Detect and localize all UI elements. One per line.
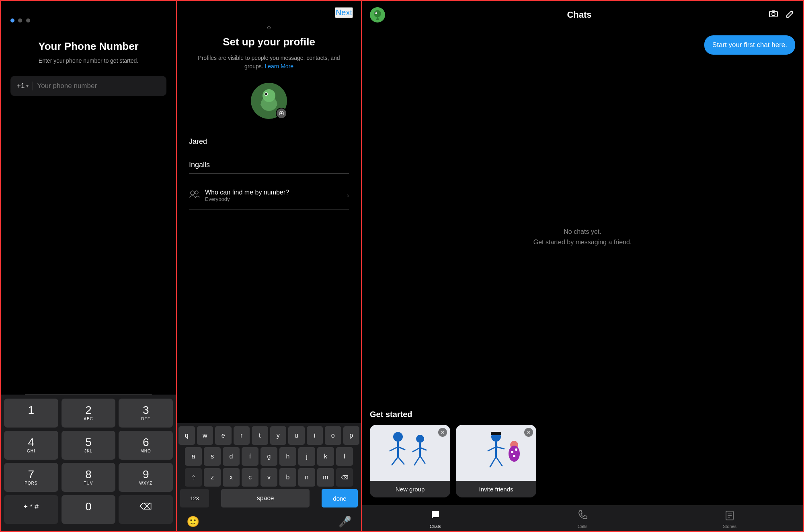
progress-dots [10,17,32,24]
key-u[interactable]: u [288,426,305,445]
last-name-field[interactable] [189,157,349,174]
nav-chats[interactable]: Chats [362,510,509,529]
new-group-card[interactable]: ✕ New group [370,425,450,497]
key-i[interactable]: i [307,426,323,445]
invite-friends-card-image: ✕ [456,425,536,481]
avatar-container[interactable] [251,83,287,119]
get-started-label: Get started [370,410,795,419]
invite-friends-card[interactable]: ✕ Invite friends [456,425,536,497]
keyboard-bottom-row: 123 space done [178,489,359,511]
svg-point-9 [195,191,198,194]
key-t[interactable]: t [252,426,268,445]
profile-content: Set up your profile Profiles are visible… [177,22,361,225]
key-1[interactable]: 1 [4,399,58,428]
chat-bubble-icon [430,510,441,520]
key-c[interactable]: c [242,468,258,487]
no-chats-text: No chats yet.Get started by messaging a … [533,227,632,247]
phone-input-container[interactable]: +1 ▾ [10,76,166,96]
setup-title: Set up your profile [223,36,315,48]
phone-subtitle: Enter your phone number to get started. [39,57,138,64]
close-new-group-card[interactable]: ✕ [438,428,447,437]
key-z[interactable]: z [204,468,221,487]
key-e[interactable]: e [215,426,232,445]
no-chats-area: No chats yet.Get started by messaging a … [362,71,803,403]
phone-input[interactable] [37,82,160,90]
key-l[interactable]: l [336,447,353,466]
phone-title: Your Phone Number [38,40,138,53]
key-h[interactable]: h [279,447,296,466]
key-8[interactable]: 8TUV [62,463,116,492]
emoji-area: 🙂 🎤 [178,511,359,531]
key-v[interactable]: v [260,468,277,487]
mic-icon[interactable]: 🎤 [338,516,351,528]
privacy-chevron-icon: › [347,192,349,199]
qwerty-row-3: ⇧ z x c v b n m ⌫ [178,468,359,487]
get-started-section: Get started [362,403,803,497]
key-w[interactable]: w [197,426,213,445]
key-j[interactable]: j [298,447,315,466]
key-shift[interactable]: ⇧ [185,468,202,487]
get-started-cards: ✕ New group [370,425,795,497]
key-5[interactable]: 5JKL [62,431,116,460]
key-y[interactable]: y [270,426,287,445]
key-b[interactable]: b [279,468,296,487]
qwerty-row-2: a s d f g h j k l [178,447,359,466]
key-symbols[interactable]: + * # [4,495,58,524]
svg-point-17 [393,432,403,442]
new-group-illustration [376,425,444,481]
setup-description: Profiles are visible to people you messa… [189,54,349,71]
learn-more-link[interactable]: Learn More [265,63,294,70]
close-invite-card[interactable]: ✕ [524,428,533,437]
key-4[interactable]: 4GHI [4,431,58,460]
country-chevron-icon: ▾ [26,83,29,89]
privacy-icon [189,189,199,202]
chats-title: Chats [390,10,769,20]
key-f[interactable]: f [242,447,258,466]
privacy-setting-row[interactable]: Who can find me by number? Everybody › [189,182,349,210]
key-backspace[interactable]: ⌫ [119,495,173,524]
key-n[interactable]: n [298,468,315,487]
numpad-keyboard: 1 2ABC 3DEF 4GHI 5JKL 6MNO 7PQRS 8TUV 9W… [1,395,176,531]
key-2[interactable]: 2ABC [62,399,116,428]
key-delete[interactable]: ⌫ [336,468,353,487]
key-d[interactable]: d [223,447,240,466]
next-button[interactable]: Next [335,7,353,18]
key-r[interactable]: r [234,426,250,445]
key-7[interactable]: 7PQRS [4,463,58,492]
nav-calls[interactable]: Calls [509,510,656,529]
svg-point-38 [509,446,520,462]
camera-icon[interactable] [276,108,287,119]
key-q[interactable]: q [178,426,195,445]
svg-rect-31 [491,432,501,435]
compose-svg [786,9,795,18]
first-name-field[interactable] [189,133,349,150]
key-g[interactable]: g [260,447,277,466]
key-m[interactable]: m [317,468,334,487]
key-numbers[interactable]: 123 [180,489,209,507]
bottom-nav: Chats Calls Stories [362,505,803,531]
key-9[interactable]: 9WXYZ [119,463,173,492]
start-chat-bubble: Start your first chat here. [704,35,795,55]
camera-header-svg [769,9,778,18]
key-done[interactable]: done [322,489,358,507]
key-o[interactable]: o [325,426,341,445]
nav-stories[interactable]: Stories [656,510,803,529]
privacy-label: Who can find me by number? [205,189,347,196]
svg-rect-15 [772,10,775,12]
key-k[interactable]: k [317,447,334,466]
camera-header-icon[interactable] [769,9,778,21]
key-s[interactable]: s [204,447,221,466]
key-x[interactable]: x [223,468,240,487]
numpad-row-1: 1 2ABC 3DEF [4,399,173,428]
key-a[interactable]: a [185,447,202,466]
key-6[interactable]: 6MNO [119,431,173,460]
dot-3 [26,18,30,23]
country-code-selector[interactable]: +1 ▾ [17,82,29,90]
compose-icon[interactable] [786,9,795,21]
key-3[interactable]: 3DEF [119,399,173,428]
key-p[interactable]: p [343,426,360,445]
emoji-icon[interactable]: 🙂 [187,516,199,528]
key-0[interactable]: 0 [62,495,116,524]
key-space[interactable]: space [221,489,310,507]
dot-1 [10,18,14,23]
